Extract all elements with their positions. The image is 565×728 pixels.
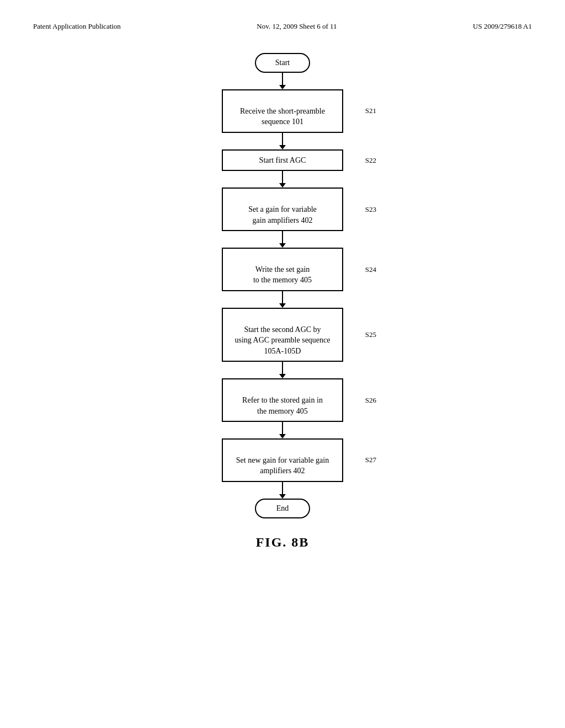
arrow-7: [279, 422, 286, 438]
s22-text: Start first AGC: [259, 156, 306, 164]
header-left: Patent Application Publication: [33, 22, 121, 31]
s26-box: Refer to the stored gain in the memory 4…: [222, 378, 343, 422]
start-label: Start: [275, 58, 290, 67]
s24-label: S24: [365, 265, 376, 274]
s23-box: Set a gain for variable gain amplifiers …: [222, 188, 343, 231]
s27-text: Set new gain for variable gain amplifier…: [236, 456, 329, 475]
s24-box: Write the set gain to the memory 405: [222, 248, 343, 291]
step-s27: Set new gain for variable gain amplifier…: [222, 438, 343, 482]
s27-label: S27: [365, 456, 376, 464]
s24-text: Write the set gain to the memory 405: [253, 265, 312, 285]
figure-caption: FIG. 8B: [33, 535, 532, 550]
s21-box: Receive the short-preamble sequence 101: [222, 89, 343, 133]
arrow-2: [279, 133, 286, 149]
start-shape: Start: [255, 53, 310, 73]
arrow-1: [279, 73, 286, 89]
page-header: Patent Application Publication Nov. 12, …: [33, 22, 532, 31]
step-s22: Start first AGC S22: [222, 149, 343, 172]
arrow-4: [279, 231, 286, 248]
header-right: US 2009/279618 A1: [473, 22, 532, 31]
step-s26: Refer to the stored gain in the memory 4…: [222, 378, 343, 422]
s25-label: S25: [365, 330, 376, 339]
step-s23: Set a gain for variable gain amplifiers …: [222, 188, 343, 231]
s21-label: S21: [365, 106, 376, 115]
s23-text: Set a gain for variable gain amplifiers …: [248, 205, 317, 224]
s23-label: S23: [365, 205, 376, 214]
arrow-5: [279, 291, 286, 308]
s21-text: Receive the short-preamble sequence 101: [240, 107, 325, 126]
step-end: End: [255, 499, 310, 518]
step-s21: Receive the short-preamble sequence 101 …: [222, 89, 343, 133]
s25-text: Start the second AGC by using AGC preamb…: [234, 325, 330, 355]
step-s24: Write the set gain to the memory 405 S24: [222, 248, 343, 291]
s22-label: S22: [365, 156, 376, 165]
end-label: End: [276, 504, 289, 512]
s26-text: Refer to the stored gain in the memory 4…: [242, 396, 323, 415]
arrow-6: [279, 362, 286, 378]
s25-box: Start the second AGC by using AGC preamb…: [222, 308, 343, 362]
header-center: Nov. 12, 2009 Sheet 6 of 11: [257, 22, 337, 31]
flowchart: Start Receive the short-preamble sequenc…: [33, 53, 532, 518]
s22-box: Start first AGC: [222, 149, 343, 172]
s27-box: Set new gain for variable gain amplifier…: [222, 438, 343, 482]
page: Patent Application Publication Nov. 12, …: [0, 0, 565, 728]
end-shape: End: [255, 499, 310, 518]
step-start: Start: [255, 53, 310, 73]
arrow-8: [279, 482, 286, 499]
s26-label: S26: [365, 396, 376, 405]
step-s25: Start the second AGC by using AGC preamb…: [222, 308, 343, 362]
arrow-3: [279, 171, 286, 188]
